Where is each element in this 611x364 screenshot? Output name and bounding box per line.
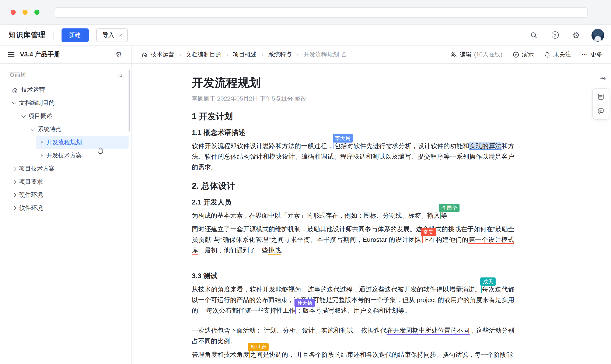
paragraph-iterations: 从技术的角度来看，软件开发能够视为一连串的迭代过程，通过这些迭代被开发的软件得以… [192, 284, 514, 316]
space-settings-button[interactable]: ⚙ [114, 50, 123, 59]
collab-badge-li-guohua: 李国华 [439, 204, 459, 212]
edit-button[interactable]: 编辑 (10人在线) [450, 51, 502, 58]
import-button-label: 导入 [103, 31, 114, 39]
collab-caret-li-guohua: 李国华 [440, 211, 441, 219]
comments-button[interactable] [594, 104, 608, 118]
sidebar-item-project-requirements[interactable]: 项目要求 [0, 175, 131, 188]
text-run: 。最初，他们遇到了一些 [198, 247, 268, 254]
collaborators-icon [450, 51, 457, 58]
close-button[interactable] [11, 10, 16, 15]
paragraph-management: 管理角度和技术角度锺世康之间是协调的， 并且各个阶段的结束还和各次迭代的结束保持… [192, 349, 514, 360]
text-run: 正在构建他们的 [422, 236, 468, 243]
breadcrumb-item-system-features[interactable]: 系统特点 [268, 51, 292, 58]
hamburger-icon[interactable] [8, 52, 14, 57]
sidebar-item-doc-purpose[interactable]: 文档编制目的 [0, 96, 131, 109]
chevron-right-icon[interactable] [12, 193, 16, 197]
online-count: (10人在线) [474, 51, 502, 58]
collab-badge-li-dayi: 李大易 [332, 134, 353, 143]
outline-button[interactable] [594, 90, 608, 104]
present-button[interactable]: 演示 [513, 51, 534, 58]
document: 开发流程规划 李圆圆于 2022年05月2日 下午5点11分 修改 1 开发计划… [131, 64, 514, 360]
sidebar-item-project-overview[interactable]: 项目概述 [0, 109, 131, 123]
sidebar-item-label: 开发流程规划 [46, 139, 82, 146]
outline-icon [598, 93, 604, 100]
import-button[interactable]: 导入 [96, 28, 128, 42]
sidebar-item-label: 软件环境 [19, 204, 43, 212]
breadcrumb: 技术运营 › 文档编制目的 › 项目概述 › 系统特点 › 开发流程规划 [142, 51, 347, 58]
sidebar-item-dev-process-plan[interactable]: 开发流程规划 [36, 136, 129, 149]
edit-label: 编辑 [459, 51, 471, 58]
sidebar-item-system-features[interactable]: 系统特点 [0, 123, 131, 136]
breadcrumb-item-project-overview[interactable]: 项目概述 [233, 51, 257, 58]
page-tree-header: 页面树 [0, 64, 131, 83]
zoom-button[interactable] [34, 10, 39, 15]
heading-testing: 3.3 测试 [192, 271, 514, 281]
breadcrumb-bar: 技术运营 › 文档编制目的 › 项目概述 › 系统特点 › 开发流程规划 [131, 46, 611, 64]
chevron-right-icon[interactable] [12, 206, 16, 210]
sidebar-item-label: 开发技术方案 [46, 152, 82, 159]
collab-caret-sun-tianyang: 孙天扬 [295, 306, 296, 314]
address-bar[interactable] [55, 7, 588, 18]
home-icon [142, 52, 148, 57]
paragraph-concept-terms: 软件开发流程即软件设计思路和方法的一般过程，李大易包括对软件先进行需求分析，设计… [192, 140, 514, 172]
follow-label: 未关注 [553, 51, 571, 58]
avatar[interactable] [591, 29, 604, 41]
text-run: ：版本号描写叙述、用户文档和计划等。 [296, 307, 411, 314]
present-label: 演示 [522, 51, 534, 58]
search-button[interactable] [528, 29, 540, 41]
help-icon: ? [551, 31, 559, 39]
sidebar-item-label: 系统特点 [38, 125, 62, 133]
new-button[interactable]: 新建 [61, 28, 89, 42]
breadcrumb-item-tech-operations[interactable]: 技术运营 [142, 51, 174, 58]
doc-toolbar: 编辑 (10人在线) 演示 未关注 ⋯ 更多 [450, 51, 602, 58]
heading-developers: 2.1 开发人员 [192, 197, 514, 207]
collapse-width-icon [599, 75, 607, 82]
minimize-button[interactable] [23, 10, 27, 15]
page-title: 开发流程规划 [192, 75, 514, 91]
sidebar-item-label: 技术运营 [21, 86, 45, 93]
page-tree-label: 页面树 [9, 71, 26, 79]
text-run: 一次迭代包含下面活动： 计划、分析、设计、实施和测试。 依据迭代 [192, 327, 387, 334]
chevron-down-icon[interactable] [31, 127, 35, 131]
app-header-right: ? ⚙ [528, 29, 604, 41]
app-header: 知识库管理 新建 导入 ? ⚙ [0, 25, 611, 46]
chevron-down-icon[interactable] [12, 100, 16, 104]
last-modified-byline: 李圆圆于 2022年05月2日 下午5点11分 修改 [192, 95, 514, 103]
settings-button[interactable]: ⚙ [570, 29, 582, 41]
underlined-text-purple: 在开发周期中所处位置的不同 [387, 327, 470, 335]
text-run: 从技术的角度来看，软件开发能够视为一连串的迭代过程，通过这些迭代被开发的软件得以… [192, 286, 481, 293]
collab-badge-sun-tianyang: 孙天扬 [295, 299, 315, 307]
heading-dev-plan: 1 开发计划 [192, 110, 514, 122]
collab-badge-chang-hao: 常昊 [421, 228, 436, 236]
side-tools-panel [592, 88, 609, 120]
sidebar-scrollbar[interactable] [129, 70, 130, 131]
collab-badge-cheng-tian: 成天 [480, 277, 495, 286]
chevron-down-icon[interactable] [21, 114, 26, 118]
sidebar-item-project-tech-scheme[interactable]: 项目技术方案 [0, 162, 131, 175]
follow-button[interactable]: 未关注 [544, 51, 571, 58]
chevron-right-icon[interactable] [12, 180, 16, 184]
bullet-icon [41, 155, 43, 156]
traffic-lights [0, 10, 39, 15]
breadcrumb-item-doc-purpose[interactable]: 文档编制目的 [186, 51, 221, 58]
collapse-all-icon[interactable] [116, 72, 123, 78]
collapse-width-button[interactable] [599, 75, 607, 83]
text-run: 之间是协调的， 并且各个阶段的结束还和各次迭代的结束保持同步。换句话说，每一个阶… [250, 351, 513, 358]
window-titlebar [0, 0, 611, 25]
gear-icon: ⚙ [116, 51, 122, 58]
page-tree: 技术运营 文档编制目的 项目概述 系统特点 开发流程规划 [0, 83, 131, 215]
bell-icon [544, 51, 551, 58]
heading-concept-terms: 1.1 概念术语描述 [192, 127, 514, 137]
gear-icon: ⚙ [572, 31, 580, 39]
sidebar-item-tech-operations[interactable]: 技术运营 [0, 83, 131, 96]
sidebar-item-software-env[interactable]: 软件环境 [0, 202, 131, 215]
collab-caret-zhong-shikang: 锺世康 [249, 351, 250, 358]
chevron-right-icon[interactable] [12, 167, 16, 171]
sidebar-item-dev-tech-scheme[interactable]: 开发技术方案 [0, 149, 131, 162]
help-button[interactable]: ? [549, 29, 561, 41]
sidebar-header: V3.4 产品手册 ⚙ [0, 46, 131, 64]
more-button[interactable]: ⋯ 更多 [581, 51, 602, 58]
sidebar-item-hardware-env[interactable]: 硬件环境 [0, 188, 131, 202]
play-icon [513, 51, 519, 58]
paragraph-iteration-activities: 一次迭代包含下面活动： 计划、分析、设计、实施和测试。 依据迭代在开发周期中所处… [192, 325, 514, 346]
